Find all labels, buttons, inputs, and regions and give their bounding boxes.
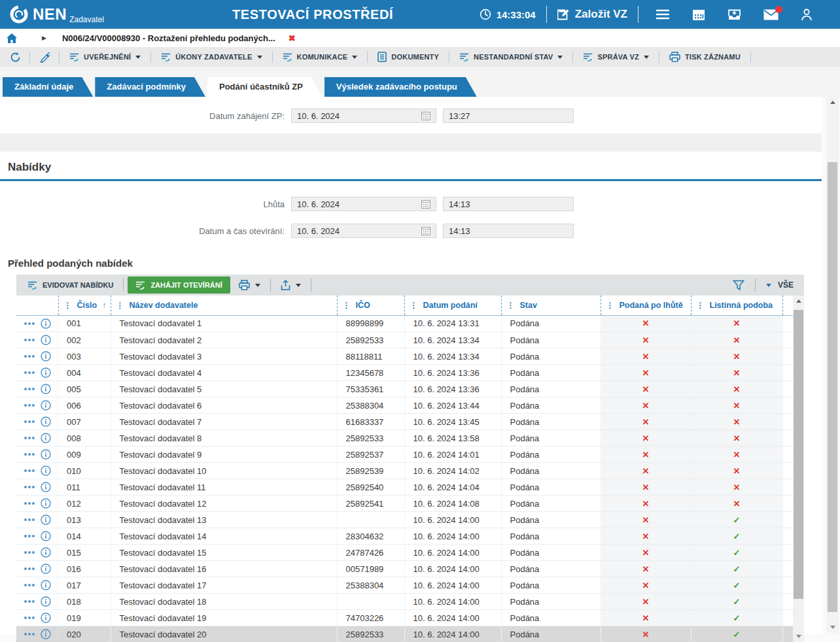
table-row[interactable]: 002 Testovací dodavatel 2 25892533 10. 6…: [16, 332, 793, 348]
header-ico[interactable]: ⋮IČO: [337, 296, 404, 315]
tab-podani-ucastniku[interactable]: Podání účastníků ZP: [207, 77, 323, 97]
info-icon[interactable]: [41, 465, 51, 476]
calendar-small-icon[interactable]: [421, 227, 430, 235]
table-row[interactable]: 016 Testovací dodavatel 16 00571989 10. …: [16, 561, 793, 577]
time-input-zahajeni[interactable]: 13:27: [443, 109, 574, 123]
info-icon[interactable]: [41, 580, 51, 590]
date-input-otevirani[interactable]: 10. 6. 2024: [291, 224, 436, 238]
menu-icon[interactable]: [656, 9, 670, 20]
column-menu-icon[interactable]: ⋮: [64, 301, 72, 310]
menu-tisk-zaznamu[interactable]: TISK ZÁZNAMU: [664, 52, 746, 62]
filter-funnel-icon[interactable]: [733, 280, 744, 291]
mail-icon[interactable]: [763, 9, 779, 20]
table-row[interactable]: 008 Testovací dodavatel 8 25892533 10. 6…: [16, 430, 793, 447]
info-icon[interactable]: [41, 498, 51, 509]
table-row[interactable]: 012 Testovací dodavatel 12 25892541 10. …: [16, 496, 793, 512]
info-icon[interactable]: [41, 416, 51, 427]
evidovat-nabidku-button[interactable]: EVIDOVAT NABÍDKU: [22, 280, 119, 290]
table-row[interactable]: 009 Testovací dodavatel 9 25892537 10. 6…: [16, 447, 793, 463]
table-row[interactable]: 001 Testovací dodavatel 1 88998899 10. 6…: [16, 315, 793, 332]
export-grid-button[interactable]: [275, 280, 307, 290]
table-row[interactable]: 019 Testovací dodavatel 19 74703226 10. …: [16, 610, 793, 626]
menu-dokumenty[interactable]: DOKUMENTY: [372, 52, 444, 62]
row-actions-icon[interactable]: [24, 437, 35, 439]
column-menu-icon[interactable]: ⋮: [507, 301, 515, 310]
row-actions-icon[interactable]: [24, 355, 35, 358]
inbox-icon[interactable]: [727, 8, 741, 21]
row-actions-icon[interactable]: [24, 388, 35, 390]
tab-vysledek[interactable]: Výsledek zadávacího postupu: [324, 77, 477, 97]
time-input-otevirani[interactable]: 14:13: [443, 224, 574, 238]
calendar-small-icon[interactable]: [421, 200, 430, 209]
info-icon[interactable]: [41, 367, 51, 378]
time-input-lhuta[interactable]: 14:13: [443, 197, 574, 211]
home-icon[interactable]: [7, 33, 17, 43]
table-row[interactable]: 003 Testovací dodavatel 3 88118811 10. 6…: [16, 348, 793, 365]
info-icon[interactable]: [41, 547, 51, 558]
column-menu-icon[interactable]: ⋮: [697, 301, 705, 310]
calendar-icon[interactable]: [692, 8, 705, 21]
row-actions-icon[interactable]: [24, 567, 35, 570]
print-grid-button[interactable]: [233, 280, 266, 290]
vse-dropdown-icon[interactable]: [766, 284, 771, 287]
info-icon[interactable]: [41, 384, 51, 394]
row-actions-icon[interactable]: [24, 339, 35, 341]
table-row[interactable]: 014 Testovací dodavatel 14 28304632 10. …: [16, 528, 793, 545]
brand[interactable]: NEN Zadavatel: [9, 5, 104, 24]
table-row[interactable]: 010 Testovací dodavatel 10 25892539 10. …: [16, 463, 793, 479]
row-actions-icon[interactable]: [24, 518, 35, 521]
zahajit-otevirani-button[interactable]: ZAHÁJIT OTEVÍRÁNÍ: [128, 277, 230, 294]
row-actions-icon[interactable]: [24, 404, 35, 407]
table-row[interactable]: 005 Testovací dodavatel 5 75335361 10. 6…: [16, 381, 793, 397]
row-actions-icon[interactable]: [24, 617, 35, 619]
row-actions-icon[interactable]: [24, 535, 35, 537]
info-icon[interactable]: [41, 482, 51, 492]
scroll-down-icon[interactable]: [793, 631, 804, 642]
table-row[interactable]: 015 Testovací dodavatel 15 24787426 10. …: [16, 545, 793, 561]
row-actions-icon[interactable]: [24, 633, 35, 635]
header-stav[interactable]: ⋮Stav: [501, 296, 601, 315]
row-actions-icon[interactable]: [24, 600, 35, 603]
table-row[interactable]: 011 Testovací dodavatel 11 25892540 10. …: [16, 479, 793, 496]
edit-button[interactable]: [35, 52, 54, 63]
info-icon[interactable]: [41, 400, 51, 411]
column-menu-icon[interactable]: ⋮: [606, 301, 614, 310]
calendar-small-icon[interactable]: [421, 112, 430, 120]
scroll-up-icon[interactable]: [793, 296, 804, 307]
table-scrollbar[interactable]: [793, 296, 804, 642]
header-nazev[interactable]: ⋮Název dodavatele: [111, 296, 337, 315]
info-icon[interactable]: [41, 629, 51, 639]
page-scrollbar[interactable]: [826, 97, 839, 633]
menu-nestandardni-stav[interactable]: NESTANDARDNÍ STAV: [454, 52, 568, 62]
scroll-up-icon[interactable]: [826, 97, 839, 108]
tab-zakladni-udaje[interactable]: Základní údaje: [3, 77, 93, 97]
menu-sprava-vz[interactable]: SPRÁVA VZ: [578, 52, 654, 62]
column-menu-icon[interactable]: ⋮: [410, 301, 418, 310]
user-icon[interactable]: [801, 8, 813, 21]
table-row[interactable]: 006 Testovací dodavatel 6 25388304 10. 6…: [16, 397, 793, 414]
row-actions-icon[interactable]: [24, 486, 35, 488]
refresh-button[interactable]: [5, 52, 25, 63]
table-row[interactable]: 020 Testovací dodavatel 20 25892533 10. …: [16, 626, 793, 642]
table-row[interactable]: 018 Testovací dodavatel 18 10. 6. 2024 1…: [16, 594, 793, 610]
breadcrumb-item[interactable]: N006/24/V00008930 - Roztažení přehledu p…: [62, 33, 275, 43]
row-actions-icon[interactable]: [24, 551, 35, 554]
scroll-down-icon[interactable]: [826, 622, 839, 633]
row-actions-icon[interactable]: [24, 453, 35, 456]
close-icon[interactable]: ✖: [289, 33, 296, 43]
header-listinna-podoba[interactable]: ⋮Listinná podoba: [691, 296, 782, 315]
column-menu-icon[interactable]: ⋮: [116, 301, 124, 310]
column-menu-icon[interactable]: ⋮: [343, 301, 351, 310]
menu-komunikace[interactable]: KOMUNIKACE: [277, 52, 363, 62]
info-icon[interactable]: [41, 335, 51, 345]
create-vz-button[interactable]: Založit VZ: [557, 8, 627, 21]
table-row[interactable]: 007 Testovací dodavatel 7 61683337 10. 6…: [16, 414, 793, 430]
row-actions-icon[interactable]: [24, 469, 35, 472]
sort-asc-icon[interactable]: ↑: [102, 301, 106, 310]
info-icon[interactable]: [41, 564, 51, 574]
scrollbar-thumb[interactable]: [794, 310, 803, 599]
vse-label[interactable]: VŠE: [778, 280, 794, 290]
scrollbar-thumb[interactable]: [828, 162, 837, 612]
header-cislo[interactable]: ⋮Číslo↑: [58, 296, 111, 315]
table-row[interactable]: 013 Testovací dodavatel 13 10. 6. 2024 1…: [16, 512, 793, 528]
